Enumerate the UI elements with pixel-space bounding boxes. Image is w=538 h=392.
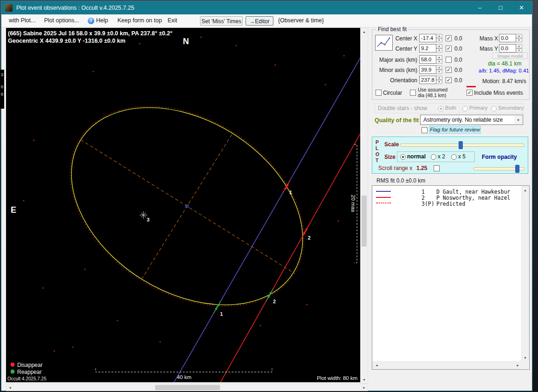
- observer-name: D Gault, near Hawkesbur: [436, 189, 510, 195]
- scatter-dots: [23, 36, 344, 352]
- titlebar[interactable]: Plot event observations : Occult v.4.202…: [1, 1, 532, 14]
- scroll-right-icon[interactable]: [514, 362, 521, 369]
- size-x5-radio[interactable]: [451, 154, 457, 160]
- double-stars-secondary-radio[interactable]: [491, 106, 497, 111]
- scrollbar-corner: [521, 361, 529, 369]
- menu-plot-options[interactable]: Plot options...: [44, 14, 79, 27]
- scroll-thumb[interactable]: [155, 385, 220, 390]
- scale-slider-thumb[interactable]: [459, 141, 463, 149]
- plot-header-line2: Geocentric X 4439.9 ±0.0 Y -1316.0 ±0.0 …: [8, 38, 125, 44]
- double-stars-both-radio[interactable]: [438, 106, 444, 111]
- mass-x-input[interactable]: 0.0: [499, 34, 516, 42]
- scroll-thumb[interactable]: [362, 196, 367, 247]
- observer-row[interactable]: 3(P) Predicted: [376, 201, 520, 207]
- list-horizontal-scrollbar[interactable]: [373, 361, 522, 369]
- close-button[interactable]: ✕: [511, 1, 532, 14]
- scroll-up-icon[interactable]: [522, 187, 529, 194]
- observer-line-sample: [376, 203, 391, 203]
- minor-axis-spinner[interactable]: 39.9: [419, 65, 442, 74]
- scroll-left-icon[interactable]: [6, 384, 13, 391]
- plot-width-label: Plot width: 80 km: [317, 375, 357, 381]
- form-opacity-slider-thumb[interactable]: [515, 165, 519, 173]
- use-assumed-dia-checkbox[interactable]: [410, 90, 416, 96]
- scroll-down-icon[interactable]: [361, 376, 368, 383]
- center-x-fit-checkbox[interactable]: [446, 35, 452, 41]
- major-axis-label: Major axis (km): [371, 57, 417, 63]
- center-y-fit-checkbox[interactable]: [446, 46, 452, 52]
- chord-2-line: [220, 134, 360, 382]
- include-miss-checkbox[interactable]: [467, 90, 473, 96]
- major-axis-input[interactable]: 58.0: [419, 55, 436, 64]
- major-axis-rms: 0.0: [454, 57, 462, 63]
- menu-exit[interactable]: Exit: [168, 14, 177, 27]
- window-title: Plot event observations : Occult v.4.202…: [16, 1, 134, 14]
- minor-axis-input[interactable]: 39.9: [419, 65, 436, 74]
- orientation-fit-checkbox[interactable]: [446, 77, 452, 83]
- minor-axis-fit-checkbox[interactable]: [446, 67, 452, 73]
- center-x-input[interactable]: -17.4: [419, 34, 436, 42]
- chevron-down-icon[interactable]: [514, 116, 522, 124]
- mass-x-spin-buttons[interactable]: [516, 34, 522, 42]
- circular-checkbox[interactable]: [376, 90, 382, 96]
- flag-review-checkbox[interactable]: [421, 127, 428, 133]
- observers-listbox[interactable]: 1 D Gault, near Hawkesbur 2 P Nosworthy,…: [372, 185, 530, 370]
- observer-line-sample: [376, 191, 391, 192]
- quality-combobox[interactable]: Astrometry only. No reliable size: [420, 115, 523, 125]
- orientation-spin-buttons[interactable]: [436, 76, 442, 84]
- center-x-spin-buttons[interactable]: [436, 34, 442, 42]
- form-opacity-label: Form opacity: [482, 154, 517, 160]
- plot-area[interactable]: 1 2 1 2 3 (665) Sabine 2025 Jul 16 58.0 …: [6, 28, 360, 382]
- occultation-plot[interactable]: 1 2 1 2 3 (665) Sabine 2025 Jul 16 58.0 …: [6, 28, 360, 382]
- set-miss-times-button[interactable]: Set 'Miss' Times: [200, 16, 243, 26]
- double-stars-secondary-label: Secondary: [498, 105, 524, 111]
- minor-axis-line: [142, 133, 233, 279]
- scroll-left-icon[interactable]: [373, 362, 380, 369]
- marker-label-r1: 1: [220, 311, 223, 317]
- plot-vertical-scrollbar[interactable]: [360, 28, 368, 384]
- center-y-input[interactable]: 9.2: [419, 44, 436, 52]
- scroll-right-icon[interactable]: [361, 384, 368, 391]
- desktop: Plot event observations : Occult v.4.202…: [0, 0, 538, 392]
- scroll-down-icon[interactable]: [522, 354, 529, 361]
- maximize-button[interactable]: □: [490, 1, 511, 14]
- mass-y-input[interactable]: 0.0: [499, 44, 516, 52]
- orientation-input[interactable]: 237.8: [419, 76, 436, 84]
- observer-row[interactable]: 2 P Nosworthy, near Hazel: [376, 195, 520, 201]
- minor-axis-spin-buttons[interactable]: [436, 65, 442, 74]
- plot-header-line1: (665) Sabine 2025 Jul 16 58.0 x 39.9 ±0.…: [8, 30, 173, 37]
- major-axis-spinner[interactable]: 58.0: [419, 55, 442, 64]
- menu-help[interactable]: Help: [96, 14, 108, 27]
- app-window: Plot event observations : Occult v.4.202…: [1, 1, 532, 391]
- mass-y-spinner[interactable]: 0.0: [499, 44, 522, 52]
- center-y-spin-buttons[interactable]: [436, 44, 442, 52]
- menu-with-plot[interactable]: with Plot...: [9, 14, 36, 27]
- scroll-up-icon[interactable]: [361, 28, 368, 35]
- edge-mark: 3: [0, 72, 4, 77]
- size-x2-radio[interactable]: [431, 154, 436, 160]
- help-icon[interactable]: ?: [88, 18, 94, 24]
- center-x-rms: 0.0: [454, 35, 462, 42]
- marker-label-r2: 2: [273, 299, 276, 304]
- editor-button[interactable]: →Editor: [246, 16, 273, 26]
- mass-x-spinner[interactable]: 0.0: [499, 34, 522, 42]
- center-y-spinner[interactable]: 9.2: [419, 44, 442, 52]
- scale-slider-label: Scale: [384, 141, 399, 148]
- observer-name: P Nosworthy, near Hazel: [436, 195, 510, 201]
- observer-row[interactable]: 1 D Gault, near Hawkesbur: [376, 189, 520, 195]
- mass-y-spin-buttons[interactable]: [516, 44, 522, 52]
- scroll-range-checkbox[interactable]: [434, 165, 440, 171]
- observer-number: 2: [421, 195, 425, 201]
- double-stars-primary-radio[interactable]: [462, 106, 468, 111]
- size-normal-radio[interactable]: [400, 154, 406, 160]
- minimize-button[interactable]: –: [469, 1, 490, 14]
- orientation-spinner[interactable]: 237.8: [419, 76, 442, 84]
- use-assumed-label-line1: Use assumed: [418, 87, 447, 92]
- shape-model-button[interactable]: Shape model: [493, 52, 528, 59]
- major-axis-fit-checkbox[interactable]: [446, 57, 452, 63]
- center-x-spinner[interactable]: -17.4: [419, 34, 442, 42]
- list-vertical-scrollbar[interactable]: [521, 186, 529, 362]
- plot-horizontal-scrollbar[interactable]: [6, 384, 368, 391]
- use-assumed-label-line2: dia (48.1 km): [418, 92, 446, 98]
- major-axis-spin-buttons[interactable]: [436, 55, 442, 64]
- menu-keep-on-top[interactable]: Keep form on top: [117, 14, 162, 27]
